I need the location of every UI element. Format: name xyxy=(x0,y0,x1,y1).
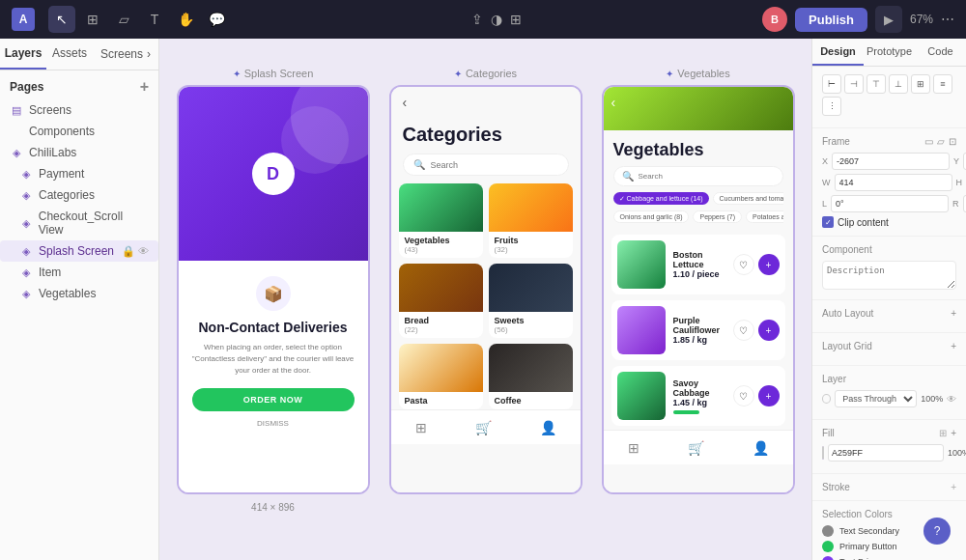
cat-card-veg-count: (43) xyxy=(405,245,477,254)
layer-categories[interactable]: ◈ Categories xyxy=(0,184,158,206)
filter-chip-2[interactable]: Onions and garlic (8) xyxy=(613,210,690,223)
cat-card-fruits[interactable]: Fruits (32) xyxy=(489,183,573,258)
vegetables-phone-frame[interactable]: ‹ Vegetables 🔍 ✓ Cabbage and lettuce (14… xyxy=(602,85,795,494)
veg-header: Vegetables 🔍 ✓ Cabbage and lettuce (14) xyxy=(604,130,793,235)
r-input[interactable] xyxy=(963,195,966,212)
align-center-h[interactable]: ⊣ xyxy=(844,74,864,94)
page-components[interactable]: Components xyxy=(0,121,158,142)
align-center-v[interactable]: ⊞ xyxy=(911,74,930,94)
filter-chip-0[interactable]: ✓ Cabbage and lettuce (14) xyxy=(613,192,709,205)
add-page-button[interactable]: + xyxy=(140,78,149,96)
layout-grid-add[interactable]: + xyxy=(951,341,956,351)
layer-chilliabs[interactable]: ◈ ChiliLabs xyxy=(0,142,158,163)
comment-tool[interactable]: 💬 xyxy=(203,6,230,33)
tab-code[interactable]: Code xyxy=(915,39,966,66)
clip-content-checkbox[interactable]: ✓ xyxy=(822,216,834,228)
nav-profile-icon[interactable]: 👤 xyxy=(540,420,556,435)
vegetables-screen-wrapper: ✦ Vegetables ‹ Vegetables 🔍 xyxy=(602,68,795,494)
veg-cart-1[interactable]: + xyxy=(758,320,780,341)
l-label: L xyxy=(822,199,827,209)
shape-tool[interactable]: ▱ xyxy=(110,6,137,33)
fill-add[interactable]: + xyxy=(951,428,956,438)
veg-back-icon[interactable]: ‹ xyxy=(611,95,616,110)
component-desc-input[interactable] xyxy=(822,261,956,290)
fill-color-swatch[interactable] xyxy=(822,446,824,460)
align-bottom[interactable]: ≡ xyxy=(933,74,952,94)
veg-nav-cart-icon[interactable]: 🛒 xyxy=(688,440,704,456)
align-left[interactable]: ⊢ xyxy=(822,74,841,94)
align-top[interactable]: ⊥ xyxy=(889,74,908,94)
fill-adjust-icon[interactable]: ⊞ xyxy=(939,428,947,438)
layer-checkout[interactable]: ◈ Checkout_Scroll View xyxy=(0,206,158,240)
veg-cart-0[interactable]: + xyxy=(758,254,780,275)
publish-button[interactable]: Publish xyxy=(795,8,867,32)
cat-card-pasta[interactable]: Pasta xyxy=(399,344,483,409)
veg-cart-2[interactable]: + xyxy=(758,385,780,406)
sel-color-dot-2 xyxy=(822,556,834,560)
splash-phone-frame[interactable]: D 📦 Non-Contact Deliveries When placing … xyxy=(177,85,370,494)
splash-content-area: 📦 Non-Contact Deliveries When placing an… xyxy=(179,261,368,439)
stock-bar xyxy=(673,410,699,414)
l-input[interactable] xyxy=(831,195,949,212)
veg-nav-profile-icon[interactable]: 👤 xyxy=(753,440,769,456)
component-title: Component xyxy=(822,244,956,255)
nav-grid-icon[interactable]: ⊞ xyxy=(415,420,427,435)
layer-item[interactable]: ◈ Item xyxy=(0,262,158,283)
layer-icon: ◈ xyxy=(19,287,33,300)
distribute[interactable]: ⋮ xyxy=(822,97,841,116)
veg-search-bar[interactable]: 🔍 xyxy=(613,166,783,186)
auto-layout-add[interactable]: + xyxy=(951,308,956,319)
cursor-tool[interactable]: ↖ xyxy=(48,6,75,33)
veg-search-input[interactable] xyxy=(639,172,775,181)
splash-dismiss-label[interactable]: DISMISS xyxy=(257,419,289,428)
categories-back-icon[interactable]: ‹ xyxy=(391,87,581,110)
user-avatar: B xyxy=(762,7,787,32)
tab-assets[interactable]: Assets xyxy=(46,39,93,70)
veg-heart-2[interactable]: ♡ xyxy=(733,385,754,406)
x-input[interactable] xyxy=(832,153,950,170)
categories-search-input[interactable] xyxy=(431,160,558,170)
fill-hex-input[interactable] xyxy=(828,444,944,462)
veg-filter-bar-2: Onions and garlic (8) Peppers (7) Potato… xyxy=(613,210,783,223)
layer-splash[interactable]: ◈ Splash Screen 🔒 👁 xyxy=(0,240,158,262)
tab-prototype[interactable]: Prototype xyxy=(864,39,915,66)
layer-radio[interactable] xyxy=(822,394,831,404)
categories-search-bar[interactable]: 🔍 xyxy=(403,154,569,176)
layer-payment[interactable]: ◈ Payment xyxy=(0,163,158,184)
layer-mode-select[interactable]: Pass Through xyxy=(835,390,917,407)
right-panel-tabs: Design Prototype Code xyxy=(812,39,966,67)
filter-chip-3[interactable]: Peppers (7) xyxy=(693,210,742,223)
frame-tool[interactable]: ⊞ xyxy=(79,6,106,33)
frame-icon-2[interactable]: ▱ xyxy=(937,136,945,147)
pen-tool[interactable]: T xyxy=(141,6,168,33)
tab-screens[interactable]: Screens › xyxy=(93,39,158,70)
filter-chip-4[interactable]: Potatoes and car xyxy=(746,210,782,223)
categories-phone-frame[interactable]: ‹ Categories 🔍 Vegetables xyxy=(389,85,582,494)
veg-nav-grid-icon[interactable]: ⊞ xyxy=(628,440,639,456)
frame-icon-1[interactable]: ▭ xyxy=(924,136,933,147)
cat-card-vegetables[interactable]: Vegetables (43) xyxy=(399,183,483,258)
tab-design[interactable]: Design xyxy=(812,39,864,66)
layer-vegetables[interactable]: ◈ Vegetables xyxy=(0,283,158,304)
cat-card-sweets[interactable]: Sweets (56) xyxy=(489,264,573,338)
frame-icon-3[interactable]: ⊡ xyxy=(949,136,956,147)
cat-card-bread[interactable]: Bread (22) xyxy=(399,264,483,338)
expand-icon: ▤ xyxy=(10,103,23,117)
stroke-add[interactable]: + xyxy=(951,482,956,492)
w-input[interactable] xyxy=(835,174,952,191)
splash-order-button[interactable]: ORDER NOW xyxy=(192,388,355,411)
align-right[interactable]: ⊤ xyxy=(867,74,886,94)
tab-layers[interactable]: Layers xyxy=(0,39,46,70)
filter-chip-1[interactable]: Cucumbers and tomato xyxy=(713,192,783,205)
veg-filter-bar: ✓ Cabbage and lettuce (14) Cucumbers and… xyxy=(613,192,783,205)
veg-item-1: Purple Cauliflower 1.85 / kg ♡ + xyxy=(611,300,785,360)
help-button[interactable]: ? xyxy=(923,518,951,545)
cat-card-coffee[interactable]: Coffee xyxy=(489,344,573,409)
play-button[interactable]: ▶ xyxy=(875,6,902,33)
veg-heart-0[interactable]: ♡ xyxy=(733,254,754,275)
nav-cart-icon[interactable]: 🛒 xyxy=(475,420,492,435)
layer-eye-icon[interactable]: 👁 xyxy=(947,394,956,405)
page-screens[interactable]: ▤ Screens xyxy=(0,99,158,121)
hand-tool[interactable]: ✋ xyxy=(172,6,199,33)
veg-heart-1[interactable]: ♡ xyxy=(733,320,754,341)
